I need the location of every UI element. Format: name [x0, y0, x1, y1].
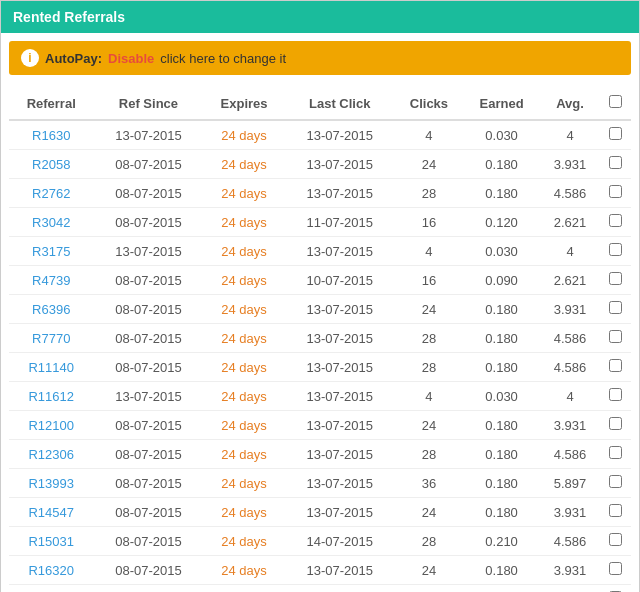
row-checkbox-cell[interactable]	[600, 179, 631, 208]
avg: 3.931	[540, 295, 600, 324]
referral-name[interactable]: R3042	[9, 208, 93, 237]
ref-since: 08-07-2015	[93, 498, 203, 527]
select-all-checkbox[interactable]	[609, 95, 622, 108]
clicks: 28	[395, 179, 463, 208]
row-checkbox[interactable]	[609, 359, 622, 372]
last-click: 13-07-2015	[285, 120, 395, 150]
clicks: 24	[395, 498, 463, 527]
earned: 0.210	[463, 527, 540, 556]
clicks: 28	[395, 585, 463, 593]
row-checkbox[interactable]	[609, 301, 622, 314]
last-click: 10-07-2015	[285, 266, 395, 295]
ref-since: 08-07-2015	[93, 556, 203, 585]
row-checkbox[interactable]	[609, 243, 622, 256]
row-checkbox-cell[interactable]	[600, 411, 631, 440]
avg: 3.931	[540, 150, 600, 179]
table-row: R1230608-07-201524 days13-07-2015280.180…	[9, 440, 631, 469]
row-checkbox[interactable]	[609, 417, 622, 430]
row-checkbox-cell[interactable]	[600, 527, 631, 556]
autopay-change-link[interactable]: click here to change it	[160, 51, 286, 66]
row-checkbox-cell[interactable]	[600, 585, 631, 593]
row-checkbox-cell[interactable]	[600, 469, 631, 498]
earned: 0.030	[463, 382, 540, 411]
earned: 0.180	[463, 556, 540, 585]
last-click: 13-07-2015	[285, 556, 395, 585]
clicks: 24	[395, 295, 463, 324]
col-header-ref-since: Ref Since	[93, 87, 203, 120]
row-checkbox-cell[interactable]	[600, 208, 631, 237]
avg: 2.621	[540, 266, 600, 295]
row-checkbox[interactable]	[609, 475, 622, 488]
table-row: R276208-07-201524 days13-07-2015280.1804…	[9, 179, 631, 208]
clicks: 28	[395, 527, 463, 556]
avg: 4.586	[540, 324, 600, 353]
row-checkbox[interactable]	[609, 533, 622, 546]
expires: 24 days	[203, 498, 284, 527]
row-checkbox-cell[interactable]	[600, 120, 631, 150]
referral-name[interactable]: R2058	[9, 150, 93, 179]
last-click: 13-07-2015	[285, 469, 395, 498]
row-checkbox[interactable]	[609, 504, 622, 517]
row-checkbox[interactable]	[609, 185, 622, 198]
row-checkbox[interactable]	[609, 446, 622, 459]
row-checkbox-cell[interactable]	[600, 556, 631, 585]
referral-name[interactable]: R16827	[9, 585, 93, 593]
row-checkbox[interactable]	[609, 156, 622, 169]
last-click: 13-07-2015	[285, 237, 395, 266]
row-checkbox-cell[interactable]	[600, 498, 631, 527]
row-checkbox[interactable]	[609, 214, 622, 227]
last-click: 13-07-2015	[285, 324, 395, 353]
row-checkbox-cell[interactable]	[600, 324, 631, 353]
row-checkbox-cell[interactable]	[600, 353, 631, 382]
earned: 0.030	[463, 120, 540, 150]
autopay-bar[interactable]: i AutoPay: Disable click here to change …	[9, 41, 631, 75]
main-window: Rented Referrals i AutoPay: Disable clic…	[0, 0, 640, 592]
row-checkbox[interactable]	[609, 562, 622, 575]
referral-name[interactable]: R12306	[9, 440, 93, 469]
autopay-status[interactable]: Disable	[108, 51, 154, 66]
referral-name[interactable]: R16320	[9, 556, 93, 585]
ref-since: 08-07-2015	[93, 208, 203, 237]
row-checkbox-cell[interactable]	[600, 266, 631, 295]
referral-name[interactable]: R13993	[9, 469, 93, 498]
referral-name[interactable]: R2762	[9, 179, 93, 208]
row-checkbox[interactable]	[609, 127, 622, 140]
referral-name[interactable]: R7770	[9, 324, 93, 353]
expires: 24 days	[203, 469, 284, 498]
table-row: R639608-07-201524 days13-07-2015240.1803…	[9, 295, 631, 324]
referral-name[interactable]: R11140	[9, 353, 93, 382]
last-click: 13-07-2015	[285, 382, 395, 411]
ref-since: 08-07-2015	[93, 411, 203, 440]
col-header-referral: Referral	[9, 87, 93, 120]
expires: 24 days	[203, 295, 284, 324]
row-checkbox[interactable]	[609, 330, 622, 343]
ref-since: 08-07-2015	[93, 440, 203, 469]
row-checkbox-cell[interactable]	[600, 237, 631, 266]
referral-name[interactable]: R4739	[9, 266, 93, 295]
row-checkbox[interactable]	[609, 388, 622, 401]
expires: 24 days	[203, 266, 284, 295]
referral-name[interactable]: R6396	[9, 295, 93, 324]
referral-name[interactable]: R3175	[9, 237, 93, 266]
expires: 24 days	[203, 179, 284, 208]
clicks: 36	[395, 469, 463, 498]
referral-name[interactable]: R1630	[9, 120, 93, 150]
row-checkbox-cell[interactable]	[600, 382, 631, 411]
row-checkbox-cell[interactable]	[600, 295, 631, 324]
referral-name[interactable]: R12100	[9, 411, 93, 440]
row-checkbox-cell[interactable]	[600, 150, 631, 179]
last-click: 14-07-2015	[285, 527, 395, 556]
row-checkbox-cell[interactable]	[600, 440, 631, 469]
clicks: 16	[395, 266, 463, 295]
avg: 3.931	[540, 411, 600, 440]
table-row: R1454708-07-201524 days13-07-2015240.180…	[9, 498, 631, 527]
col-header-clicks: Clicks	[395, 87, 463, 120]
avg: 2.621	[540, 208, 600, 237]
referral-name[interactable]: R15031	[9, 527, 93, 556]
expires: 24 days	[203, 324, 284, 353]
ref-since: 08-07-2015	[93, 295, 203, 324]
expires: 24 days	[203, 585, 284, 593]
referral-name[interactable]: R14547	[9, 498, 93, 527]
referral-name[interactable]: R11612	[9, 382, 93, 411]
row-checkbox[interactable]	[609, 272, 622, 285]
